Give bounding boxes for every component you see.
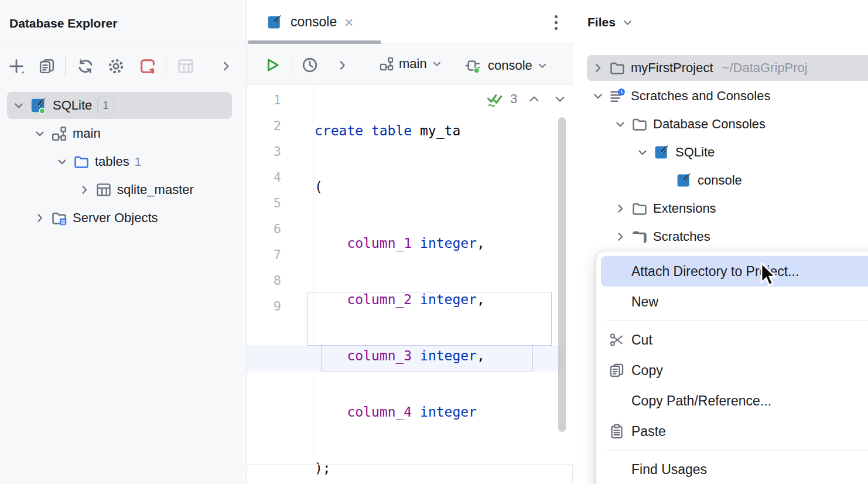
chevron-down-icon[interactable] xyxy=(56,156,68,168)
tree-item-sqlite-master[interactable]: sqlite_master xyxy=(0,176,247,203)
clipboard-paste-icon xyxy=(609,424,624,439)
chevron-down-icon[interactable] xyxy=(592,90,604,102)
tree-item-label: console xyxy=(698,173,742,188)
menu-item-find-usages[interactable]: Find Usages xyxy=(596,454,868,484)
jdbc-plug-icon xyxy=(464,56,483,75)
schema-selector[interactable]: main xyxy=(379,56,442,71)
tree-item-label: main xyxy=(73,126,101,141)
inspection-count: 3 xyxy=(510,91,517,107)
chevron-down-icon[interactable] xyxy=(13,100,25,111)
tree-item-label: Extensions xyxy=(653,201,716,216)
code-line: ( xyxy=(315,174,566,200)
run-play-icon[interactable] xyxy=(264,56,281,74)
context-menu: Attach Directory to Project... New Cut C… xyxy=(596,251,868,484)
chevron-down-icon[interactable] xyxy=(34,128,46,139)
code-line: column_4 integer xyxy=(315,399,566,425)
toolbar-more-chevron-icon[interactable] xyxy=(217,57,235,76)
chevron-right-icon[interactable] xyxy=(34,212,46,224)
tree-item-tables[interactable]: tables 1 xyxy=(0,148,247,175)
menu-separator xyxy=(606,450,868,451)
chevron-down-icon xyxy=(537,60,548,71)
toolbar-separator xyxy=(65,56,66,77)
toolbar-separator xyxy=(292,54,292,76)
tree-item-label: myFirstProject xyxy=(631,60,713,76)
tab-console[interactable]: console × xyxy=(247,0,353,44)
database-explorer-title: Database Explorer xyxy=(9,16,117,30)
duplicate-icon[interactable] xyxy=(37,57,56,76)
files-panel-header[interactable]: Files xyxy=(587,15,633,29)
code-line: column_2 integer, xyxy=(315,287,566,312)
session-selector[interactable]: console xyxy=(464,56,548,75)
next-occurrence-chevron-icon[interactable] xyxy=(553,93,566,105)
chevron-right-icon[interactable] xyxy=(592,62,604,74)
prev-occurrence-chevron-icon[interactable] xyxy=(528,93,541,105)
menu-item-copy[interactable]: Copy xyxy=(596,355,868,386)
chevron-down-icon xyxy=(622,17,633,28)
menu-item-new[interactable]: New xyxy=(596,287,868,317)
chevron-right-icon[interactable] xyxy=(78,184,90,196)
menu-item-copy-path[interactable]: Copy Path/Reference... xyxy=(596,386,868,416)
code-line: column_1 integer, xyxy=(315,230,566,256)
toolbar-separator xyxy=(166,56,166,77)
tree-item-label: SQLite xyxy=(675,145,715,160)
tables-count: 1 xyxy=(135,155,142,169)
tree-item-label: Scratches and Consoles xyxy=(631,88,770,104)
menu-item-attach-directory[interactable]: Attach Directory to Project... xyxy=(601,256,868,287)
tree-item-my-first-project[interactable]: myFirstProject ~/DataGripProj xyxy=(573,54,868,81)
sqlite-db-icon xyxy=(30,97,47,114)
line-number: 9 xyxy=(247,294,313,319)
tree-item-label: Server Objects xyxy=(73,210,158,226)
refresh-icon[interactable] xyxy=(76,57,95,76)
tree-item-extensions[interactable]: Extensions xyxy=(573,195,868,222)
tree-item-console-file[interactable]: console xyxy=(573,167,868,194)
editor-bottom-divider xyxy=(247,464,573,465)
line-number: 5 xyxy=(247,190,313,216)
tree-item-scratches-folder[interactable]: Scratches xyxy=(573,223,868,250)
sql-editor[interactable]: 1 2 3 4 5 6 7 8 9 create table my_ta ( c… xyxy=(247,85,573,464)
schema-icon xyxy=(51,125,67,142)
folder-icon xyxy=(609,60,626,76)
sqlite-file-icon xyxy=(676,172,692,189)
editor-scrollbar[interactable] xyxy=(558,117,566,432)
chevron-right-icon[interactable] xyxy=(614,231,626,243)
inspection-widget[interactable]: 3 xyxy=(486,88,566,110)
table-view-icon xyxy=(176,57,195,76)
line-number: 2 xyxy=(247,113,313,139)
server-objects-folder-icon xyxy=(51,210,67,226)
toolbar-more-chevron-icon[interactable] xyxy=(336,59,348,71)
editor-gutter: 1 2 3 4 5 6 7 8 9 xyxy=(247,85,313,464)
disconnect-icon[interactable] xyxy=(138,57,157,76)
kebab-menu-icon[interactable] xyxy=(555,15,558,30)
tab-close-icon[interactable]: × xyxy=(344,15,353,30)
folder-icon xyxy=(73,154,90,170)
history-clock-icon[interactable] xyxy=(301,56,319,74)
menu-item-cut[interactable]: Cut xyxy=(596,325,868,355)
project-path: ~/DataGripProj xyxy=(722,60,808,76)
session-selector-value: console xyxy=(488,58,532,73)
tree-item-sqlite-group[interactable]: SQLite xyxy=(573,139,868,166)
add-data-source-icon[interactable] xyxy=(7,57,26,76)
tree-item-database-consoles[interactable]: Database Consoles xyxy=(573,111,868,138)
chevron-down-icon[interactable] xyxy=(614,118,626,130)
tab-label: console xyxy=(291,14,337,30)
code-line: create table my_ta xyxy=(315,118,566,144)
chevron-down-icon[interactable] xyxy=(637,146,648,158)
tree-item-label: Scratches xyxy=(653,229,710,244)
sqlite-file-icon xyxy=(654,144,670,161)
tree-item-main-schema[interactable]: main xyxy=(0,120,247,147)
menu-item-paste[interactable]: Paste xyxy=(596,416,868,446)
tree-item-server-objects[interactable]: Server Objects xyxy=(0,204,247,231)
table-icon xyxy=(95,182,112,198)
line-number: 8 xyxy=(247,268,313,294)
settings-gear-icon[interactable] xyxy=(107,57,125,76)
line-number: 3 xyxy=(247,139,313,165)
tree-item-scratches-and-consoles[interactable]: Scratches and Consoles xyxy=(573,83,868,110)
console-editor-panel: console × main console xyxy=(247,0,573,484)
tree-item-sqlite[interactable]: SQLite 1 xyxy=(0,92,247,119)
editor-tab-bar: console × xyxy=(247,0,573,44)
tree-item-label: Database Consoles xyxy=(653,117,766,132)
schema-selector-value: main xyxy=(399,56,427,71)
code-line: ); xyxy=(315,455,566,481)
chevron-right-icon[interactable] xyxy=(614,203,626,214)
menu-item-label: Find Usages xyxy=(631,462,707,478)
